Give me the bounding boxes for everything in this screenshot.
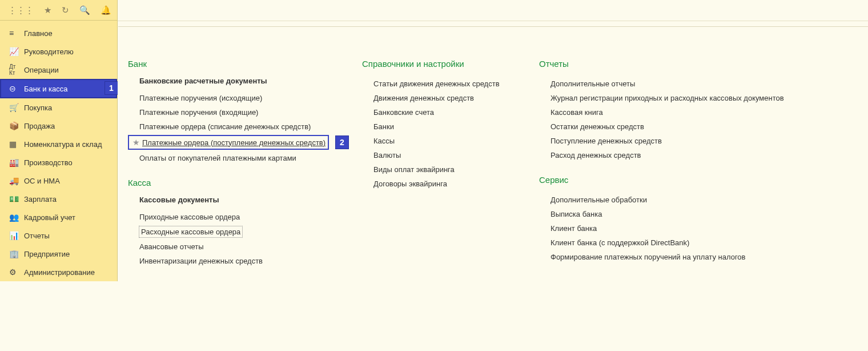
favorite-star-icon[interactable]: ★ [132,138,140,147]
search-icon[interactable]: 🔍 [79,5,90,15]
sidebar-label: Кадровый учет [24,213,75,222]
sidebar-item-operations[interactable]: ДтКт Операции [0,61,117,79]
link-card-payments[interactable]: Оплаты от покупателей платежными картами [128,151,339,165]
bars-icon: 📊 [9,231,24,240]
link-cash-balances[interactable]: Остатки денежных средств [539,119,790,134]
section-title-bank: Банк [128,59,339,69]
link-advance-reports[interactable]: Авансовые отчеты [128,240,339,254]
money-icon: 💵 [9,194,24,204]
link-cash-journal[interactable]: Журнал регистрации приходных и расходных… [539,91,790,105]
people-icon: 👥 [9,213,24,222]
link-extra-processing[interactable]: Дополнительные обработки [539,193,790,207]
highlight-badge-2: 2 [335,135,349,149]
link-acquiring-contracts[interactable]: Договоры эквайринга [362,177,516,191]
sidebar-label: Номенклатура и склад [24,140,102,149]
star-icon[interactable]: ★ [44,5,51,15]
sidebar-item-hr[interactable]: 👥 Кадровый учет [0,208,117,226]
link-cash-income[interactable]: Поступление денежных средств [539,134,790,148]
sidebar-item-bank-cash[interactable]: ⊝ Банк и касса [0,79,117,98]
grid-icon: ▦ [9,139,24,149]
truck-icon: 🚚 [9,176,24,185]
column-reports-service: Отчеты Дополнительные отчеты Журнал реги… [539,55,790,268]
sidebar-item-assets[interactable]: 🚚 ОС и НМА [0,171,117,190]
link-tax-payment-forming[interactable]: Формирование платежных поручений на упла… [539,250,790,264]
toolbar: ⋮⋮⋮ ★ ↻ 🔍 🔔 [0,0,118,21]
history-icon[interactable]: ↻ [62,5,69,15]
sidebar-label: Продажа [24,122,55,130]
building-icon: 🏢 [9,249,24,258]
link-cash-receipt[interactable]: Приходные кассовые ордера [128,210,339,224]
content-divider [118,21,868,27]
sidebar-label: Банк и касса [24,85,68,93]
sidebar-item-main[interactable]: ≡ Главное [0,24,117,42]
menu-icon: ≡ [9,29,24,38]
chart-up-icon: 📈 [9,47,24,56]
package-icon: 📦 [9,121,24,130]
sidebar-item-admin[interactable]: ⚙ Администрирование [0,263,117,281]
sidebar-item-stock[interactable]: ▦ Номенклатура и склад [0,135,117,153]
sidebar-item-salary[interactable]: 💵 Зарплата [0,190,117,208]
link-bank-client[interactable]: Клиент банка [539,221,790,236]
gear-icon: ⚙ [9,268,24,277]
content-columns: Банк Банковские расчетные документы Плат… [128,55,868,268]
sidebar-label: Администрирование [24,268,95,277]
sidebar-item-purchase[interactable]: 🛒 Покупка [0,98,117,117]
link-cash-expense-focused[interactable]: Расходные кассовые ордера [139,226,243,238]
link-payment-outgoing[interactable]: Платежные поручения (исходящие) [128,91,339,105]
link-bank-statement[interactable]: Выписка банка [539,207,790,221]
highlighted-link-text: Платежные ордера (поступление денежных с… [142,138,328,147]
link-cashflow-articles[interactable]: Статьи движения денежных средств [362,77,516,91]
sidebar-item-manufacturing[interactable]: 🏭 Производство [0,153,117,171]
cart-icon: 🛒 [9,103,24,112]
factory-icon: 🏭 [9,158,24,167]
sidebar-label: Покупка [24,103,52,112]
sidebar-item-sale[interactable]: 📦 Продажа [0,117,117,135]
sidebar-label: Операции [24,66,59,74]
link-currencies[interactable]: Валюты [362,148,516,162]
link-bank-client-directbank[interactable]: Клиент банка (с поддержкой DirectBank) [539,236,790,250]
sidebar-label: Производство [24,158,73,167]
sidebar-label: Главное [24,29,53,38]
column-bank-kassa: Банк Банковские расчетные документы Плат… [128,55,339,268]
wallet-icon: ⊝ [9,84,24,93]
link-extra-reports[interactable]: Дополнительные отчеты [539,77,790,91]
bell-icon[interactable]: 🔔 [101,5,111,15]
link-cash-inventory[interactable]: Инвентаризации денежных средств [128,254,339,268]
app-shell: ⋮⋮⋮ ★ ↻ 🔍 🔔 ≡ Главное 📈 Руководителю ДтК… [0,0,868,281]
link-cash-expense[interactable]: Расход денежных средств [539,148,790,162]
link-acquiring-types[interactable]: Виды оплат эквайринга [362,162,516,177]
group-title-bank-docs: Банковские расчетные документы [139,77,339,85]
sidebar-label: Руководителю [24,47,74,56]
section-title-reports: Отчеты [539,59,790,69]
link-cash-book[interactable]: Кассовая книга [539,105,790,119]
section-title-service: Сервис [539,175,790,185]
content-panel: Банк Банковские расчетные документы Плат… [118,21,868,281]
sidebar: ≡ Главное 📈 Руководителю ДтКт Операции ⊝… [0,21,118,281]
section-title-reference: Справочники и настройки [362,59,516,69]
sidebar-item-manager[interactable]: 📈 Руководителю [0,42,117,61]
sidebar-label: Зарплата [24,195,57,204]
sidebar-label: Отчеты [24,232,50,240]
link-payment-incoming[interactable]: Платежные поручения (входящие) [128,105,339,119]
apps-icon[interactable]: ⋮⋮⋮ [8,5,34,15]
operations-icon: ДтКт [9,63,24,76]
group-title-kassa-docs: Кассовые документы [139,196,339,204]
sidebar-item-enterprise[interactable]: 🏢 Предприятие [0,245,117,263]
link-payment-order-receipt-highlighted[interactable]: ★ Платежные ордера (поступление денежных… [128,135,329,150]
column-reference: Справочники и настройки Статьи движения … [362,55,516,268]
link-cashdesks[interactable]: Кассы [362,134,516,148]
link-banks[interactable]: Банки [362,119,516,134]
link-bank-accounts[interactable]: Банковские счета [362,105,516,119]
sidebar-item-reports[interactable]: 📊 Отчеты [0,226,117,245]
link-cashflow-movements[interactable]: Движения денежных средств [362,91,516,105]
highlight-badge-1: 1 [105,81,118,95]
main-area: ≡ Главное 📈 Руководителю ДтКт Операции ⊝… [0,21,868,281]
link-payment-order-withdraw[interactable]: Платежные ордера (списание денежных сред… [128,119,339,134]
sidebar-label: ОС и НМА [24,177,60,185]
sidebar-label: Предприятие [24,250,70,258]
section-title-kassa: Касса [128,178,339,188]
